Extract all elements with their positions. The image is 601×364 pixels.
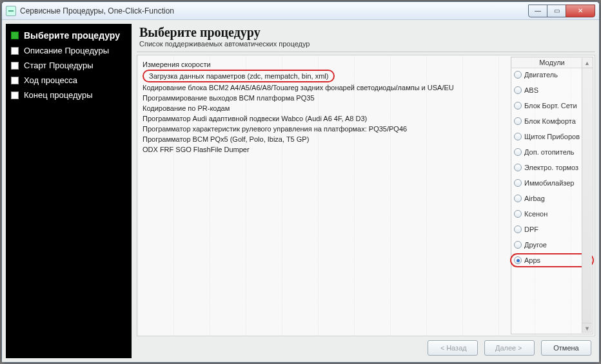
step-label: Конец процедуры (24, 90, 93, 100)
radio-icon (514, 195, 522, 202)
module-label: Airbag (524, 195, 545, 202)
module-label: Иммобилайзер (524, 179, 574, 187)
body-zone: Измерения скоростиЗагрузка данных параме… (137, 55, 595, 336)
radio-icon (514, 179, 522, 187)
main-header: Выберите процедуру Список поддерживаемых… (137, 24, 595, 52)
module-radio-8[interactable]: Airbag (514, 195, 590, 202)
next-button[interactable]: Далее > (484, 340, 535, 356)
procedure-list: Измерения скоростиЗагрузка данных параме… (137, 55, 509, 336)
close-button[interactable]: ✕ (566, 5, 595, 17)
modules-body: ДвигательABSБлок Борт. СетиБлок Комфорта… (511, 68, 593, 271)
chevron-left-icon: < (440, 345, 444, 352)
cancel-button[interactable]: Отмена (541, 340, 591, 356)
main-title: Выберите процедуру (139, 25, 593, 40)
step-label: Выберите процедуру (24, 30, 120, 41)
module-radio-10[interactable]: DPF (514, 225, 590, 233)
sidebar-step-2[interactable]: Старт Процедуры (8, 59, 129, 72)
module-label: ABS (524, 86, 538, 94)
step-marker-icon (11, 91, 19, 99)
scroll-up-icon[interactable]: ▲ (582, 58, 592, 68)
radio-icon (514, 86, 522, 94)
module-radio-1[interactable]: ABS (514, 86, 590, 94)
window-buttons: — ▭ ✕ (529, 5, 595, 17)
module-label: Электро. тормоз (524, 164, 578, 171)
radio-icon (514, 164, 522, 171)
modules-panel: Модули ДвигательABSБлок Борт. СетиБлок К… (511, 57, 593, 334)
step-label: Старт Процедуры (24, 61, 94, 70)
window-title: Сервисные Процедуры, One-Click-Function (20, 6, 529, 15)
module-label: Apps (524, 256, 540, 264)
procedure-item-4[interactable]: Кодирование по PR-кодам (143, 104, 230, 113)
procedure-item-2[interactable]: Кодирование блока BCM2 A4/A5/A6/A8/Touar… (143, 83, 454, 92)
sidebar-step-1[interactable]: Описание Процедуры (8, 44, 129, 57)
module-label: Ксенон (524, 210, 547, 218)
back-button[interactable]: < Назад (428, 340, 478, 356)
step-marker-icon (11, 47, 19, 55)
procedure-item-7[interactable]: Программатор BCM PQx5 (Golf, Polo, Ibiza… (143, 135, 309, 144)
back-label: Назад (446, 344, 467, 352)
radio-icon (514, 148, 522, 156)
maximize-button[interactable]: ▭ (547, 5, 566, 17)
step-label: Описание Процедуры (24, 46, 109, 55)
module-radio-11[interactable]: Другое (514, 241, 590, 249)
module-radio-3[interactable]: Блок Комфорта (514, 117, 590, 125)
sidebar: Выберите процедуруОписание ПроцедурыСтар… (6, 24, 132, 358)
sidebar-step-3[interactable]: Ход процесса (8, 74, 129, 86)
minimize-button[interactable]: — (528, 5, 547, 17)
scrollbar[interactable]: ▲ ▼ (582, 58, 592, 333)
radio-icon (514, 102, 522, 110)
footer: < Назад Далее > Отмена (137, 336, 595, 358)
module-label: Доп. отопитель (524, 148, 575, 156)
module-label: Блок Комфорта (524, 117, 576, 125)
module-radio-0[interactable]: Двигатель (514, 71, 590, 79)
sidebar-step-0[interactable]: Выберите процедуру (8, 29, 129, 42)
procedure-item-3[interactable]: Программирование выходов BCM платформа P… (143, 93, 315, 102)
main-panel: Выберите процедуру Список поддерживаемых… (137, 24, 595, 358)
next-label: Далее (495, 344, 516, 352)
module-label: DPF (524, 225, 538, 233)
app-icon (6, 6, 16, 16)
step-marker-icon (11, 62, 19, 70)
radio-icon (514, 133, 522, 140)
module-radio-12[interactable]: Apps (514, 256, 590, 264)
module-radio-6[interactable]: Электро. тормоз (514, 164, 590, 171)
client-area: Выберите процедуруОписание ПроцедурыСтар… (2, 20, 599, 362)
module-radio-9[interactable]: Ксенон (514, 210, 590, 218)
sidebar-step-4[interactable]: Конец процедуры (8, 89, 129, 101)
step-marker-icon (11, 77, 19, 84)
module-radio-2[interactable]: Блок Борт. Сети (514, 102, 590, 110)
cancel-label: Отмена (553, 344, 578, 352)
chevron-right-icon: > (518, 345, 522, 352)
procedure-item-5[interactable]: Программатор Audi адаптивной подвески Wa… (143, 114, 367, 123)
radio-icon (514, 210, 522, 218)
module-label: Блок Борт. Сети (524, 102, 577, 110)
step-marker-icon (11, 32, 19, 39)
module-radio-7[interactable]: Иммобилайзер (514, 179, 590, 187)
radio-icon (514, 117, 522, 125)
procedure-item-0[interactable]: Измерения скорости (143, 60, 211, 69)
module-radio-4[interactable]: Щиток Приборов (514, 133, 590, 140)
main-subtitle: Список поддерживаемых автоматических про… (139, 40, 593, 48)
modules-title: Модули (511, 57, 593, 68)
radio-icon (514, 225, 522, 233)
procedure-item-8[interactable]: ODX FRF SGO FlashFile Dumper (143, 145, 250, 154)
radio-icon (514, 241, 522, 249)
module-radio-5[interactable]: Доп. отопитель (514, 148, 590, 156)
step-label: Ход процесса (24, 75, 77, 85)
window: Сервисные Процедуры, One-Click-Function … (1, 1, 600, 363)
module-label: Другое (524, 241, 547, 249)
module-label: Двигатель (524, 71, 558, 79)
procedure-item-6[interactable]: Программатор характеристик рулевого упра… (143, 124, 407, 133)
procedure-item-1[interactable]: Загрузка данных параметров (zdc, mempatc… (143, 70, 335, 82)
radio-icon (514, 71, 522, 79)
module-label: Щиток Приборов (524, 133, 580, 140)
scroll-down-icon[interactable]: ▼ (582, 323, 592, 333)
radio-icon (514, 256, 522, 264)
titlebar: Сервисные Процедуры, One-Click-Function … (2, 2, 599, 20)
